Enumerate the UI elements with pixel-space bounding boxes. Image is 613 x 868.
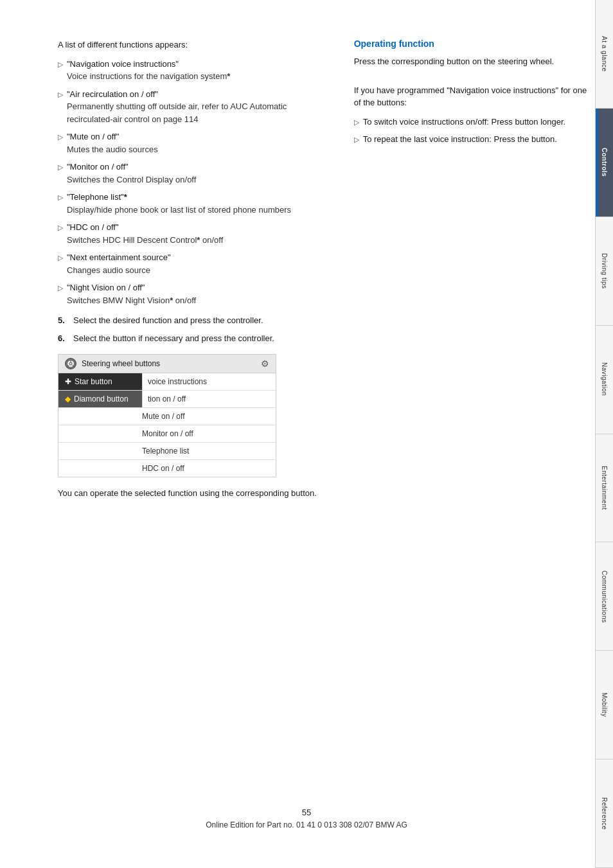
arrow-icon: ▷ bbox=[58, 252, 63, 263]
bottom-text: You can operate the selected function us… bbox=[58, 487, 322, 500]
item-sub: Changes audio source bbox=[67, 264, 322, 277]
item-label: "Next entertainment source" bbox=[67, 252, 171, 262]
step-number: 6. bbox=[58, 332, 68, 345]
item-label: "Night Vision on / off" bbox=[67, 283, 145, 292]
right-intro-2: If you have programmed "Navigation voice… bbox=[354, 84, 594, 109]
monitor-value: Monitor on / off bbox=[58, 425, 199, 442]
arrow-icon: ▷ bbox=[58, 132, 63, 143]
diamond-button-value: tion on / off bbox=[142, 391, 276, 407]
item-sub: Switches BMW Night Vision* on/off bbox=[67, 294, 322, 307]
diamond-icon: ◆ bbox=[65, 394, 71, 403]
list-item: ▷ "Air recirculation on / off" Permanent… bbox=[58, 88, 322, 126]
item-label: "Mute on / off" bbox=[67, 132, 119, 141]
list-item: ▷ "Navigation voice instructions" Voice … bbox=[58, 58, 322, 83]
star-label-text: Star button bbox=[75, 377, 112, 386]
diamond-label-text: Diamond button bbox=[74, 394, 129, 403]
item-label: "Air recirculation on / off" bbox=[67, 89, 158, 99]
arrow-icon: ▷ bbox=[58, 222, 63, 233]
right-column: Operating function Press the correspondi… bbox=[341, 39, 594, 500]
step-text: Select the button if necessary and press… bbox=[73, 332, 274, 345]
tab-controls[interactable]: Controls bbox=[595, 109, 613, 217]
steering-row-diamond: ◆ Diamond button tion on / off bbox=[58, 391, 276, 408]
tab-reference[interactable]: Reference bbox=[595, 759, 613, 868]
settings-icon: ⚙ bbox=[261, 359, 269, 369]
arrow-icon: ▷ bbox=[58, 59, 63, 70]
right-intro-1: Press the corresponding button on the st… bbox=[354, 55, 594, 68]
right-list-item-1: ▷ To switch voice instructions on/off: P… bbox=[354, 116, 594, 128]
steering-row-mute: Mute on / off bbox=[58, 408, 276, 425]
tab-communications[interactable]: Communications bbox=[595, 542, 613, 651]
steering-header: Steering wheel buttons ⚙ bbox=[58, 355, 276, 373]
arrow-icon: ▷ bbox=[58, 192, 63, 203]
item-sub: Switches HDC Hill Descent Control* on/of… bbox=[67, 234, 322, 247]
list-item: ▷ "Mute on / off" Mutes the audio source… bbox=[58, 130, 322, 155]
intro-text: A list of different functions appears: bbox=[58, 39, 322, 51]
numbered-list: 5. Select the desired function and press… bbox=[58, 314, 322, 344]
item-sub: Voice instructions for the navigation sy… bbox=[67, 70, 322, 83]
right-item-sub: Press the button. bbox=[493, 134, 556, 144]
tab-driving-tips[interactable]: Driving tips bbox=[595, 217, 613, 326]
list-item: ▷ "Night Vision on / off" Switches BMW N… bbox=[58, 281, 322, 306]
steering-row-monitor: Monitor on / off bbox=[58, 425, 276, 443]
steering-rows: ✚ Star button voice instructions ◆ Diamo… bbox=[58, 373, 276, 477]
star-button-value: voice instructions bbox=[142, 373, 276, 390]
arrow-icon: ▷ bbox=[354, 117, 359, 128]
item-label: "Navigation voice instructions" bbox=[67, 59, 179, 69]
arrow-icon: ▷ bbox=[354, 134, 359, 145]
right-list-item-2: ▷ To repeat the last voice instruction: … bbox=[354, 133, 594, 146]
list-item: ▷ "Monitor on / off" Switches the Contro… bbox=[58, 161, 322, 186]
hdc-value: HDC on / off bbox=[58, 460, 190, 477]
sidebar-tabs: At a glance Controls Driving tips Naviga… bbox=[595, 0, 613, 868]
item-sub: Switches the Control Display on/off bbox=[67, 173, 322, 186]
star-button-label: ✚ Star button bbox=[58, 373, 142, 390]
step-number: 5. bbox=[58, 314, 68, 327]
footer-text: Online Edition for Part no. 01 41 0 013 … bbox=[0, 820, 613, 829]
list-item: ▷ "HDC on / off" Switches HDC Hill Desce… bbox=[58, 221, 322, 246]
item-label: "HDC on / off" bbox=[67, 222, 119, 232]
item-sub: Permanently shutting off outside air, re… bbox=[67, 100, 322, 125]
steering-wheel-icon bbox=[65, 358, 76, 369]
steering-title: Steering wheel buttons bbox=[82, 359, 160, 368]
steering-row-telephone: Telephone list bbox=[58, 443, 276, 460]
numbered-item-5: 5. Select the desired function and press… bbox=[58, 314, 322, 327]
mute-value: Mute on / off bbox=[58, 408, 190, 425]
steering-row-star: ✚ Star button voice instructions bbox=[58, 373, 276, 391]
item-label: "Telephone list"* bbox=[67, 192, 127, 202]
tab-entertainment[interactable]: Entertainment bbox=[595, 434, 613, 543]
diamond-button-label: ◆ Diamond button bbox=[58, 391, 142, 407]
steering-row-hdc: HDC on / off bbox=[58, 460, 276, 477]
right-item-sub: Press button longer. bbox=[492, 117, 566, 127]
page-footer: 55 Online Edition for Part no. 01 41 0 0… bbox=[0, 808, 613, 829]
right-item-label: To switch voice instructions on/off: bbox=[363, 117, 489, 127]
section-heading: Operating function bbox=[354, 39, 594, 49]
numbered-item-6: 6. Select the button if necessary and pr… bbox=[58, 332, 322, 345]
arrow-icon: ▷ bbox=[58, 162, 63, 173]
item-label: "Monitor on / off" bbox=[67, 162, 129, 172]
tab-at-a-glance[interactable]: At a glance bbox=[595, 0, 613, 109]
plus-icon: ✚ bbox=[65, 377, 71, 386]
tab-mobility[interactable]: Mobility bbox=[595, 651, 613, 759]
list-item: ▷ "Telephone list"* Display/hide phone b… bbox=[58, 191, 322, 216]
telephone-value: Telephone list bbox=[58, 443, 194, 459]
svg-point-1 bbox=[69, 362, 72, 365]
item-sub: Mutes the audio sources bbox=[67, 143, 322, 156]
arrow-icon: ▷ bbox=[58, 283, 63, 294]
steering-diagram: Steering wheel buttons ⚙ ✚ Star button v… bbox=[58, 354, 276, 477]
bullet-list: ▷ "Navigation voice instructions" Voice … bbox=[58, 58, 322, 307]
arrow-icon: ▷ bbox=[58, 89, 63, 100]
right-bullet-list: ▷ To switch voice instructions on/off: P… bbox=[354, 116, 594, 146]
tab-navigation[interactable]: Navigation bbox=[595, 326, 613, 434]
right-item-label: To repeat the last voice instruction: bbox=[363, 134, 492, 144]
left-column: A list of different functions appears: ▷… bbox=[58, 39, 322, 500]
item-sub: Display/hide phone book or last list of … bbox=[67, 204, 322, 217]
page-number: 55 bbox=[0, 808, 613, 817]
list-item: ▷ "Next entertainment source" Changes au… bbox=[58, 251, 322, 276]
step-text: Select the desired function and press th… bbox=[73, 314, 263, 327]
